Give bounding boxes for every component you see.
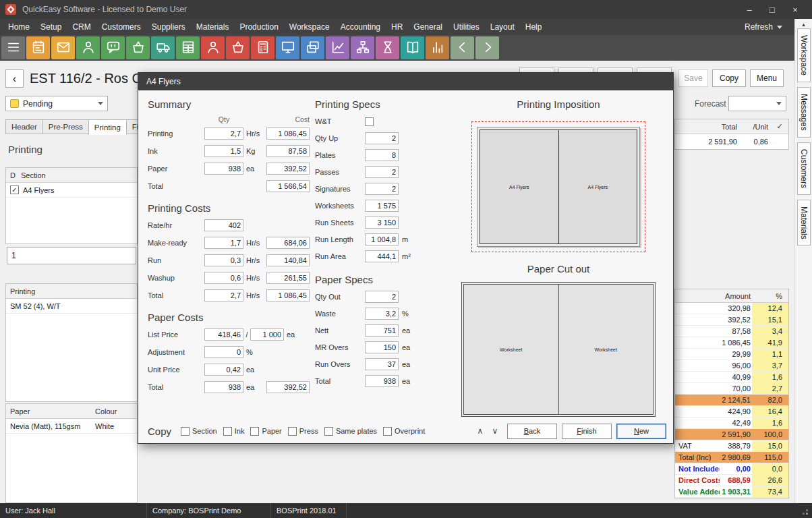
browser-icon[interactable] [301, 36, 324, 59]
copy-option-checkbox[interactable] [288, 427, 297, 436]
cost-input[interactable] [266, 272, 310, 284]
spec-input[interactable] [365, 149, 399, 161]
spec-input[interactable] [365, 250, 399, 262]
section-checkbox[interactable]: ✓ [10, 185, 19, 194]
costing-row[interactable]: 70,00 2,7 [675, 383, 788, 395]
copy-option[interactable]: Ink [223, 427, 245, 436]
spec-input[interactable] [365, 324, 399, 337]
costing-row[interactable]: 424,90 16,4 [675, 406, 788, 418]
prev-section-button[interactable]: ∧ [473, 424, 488, 438]
costing-row[interactable]: VAT 388,79 15,0 [675, 440, 788, 452]
copy-option[interactable]: Overprint [383, 427, 425, 436]
menu-item[interactable]: Home [3, 19, 35, 35]
costing-row[interactable]: Not Included 0,00 0,0 [675, 463, 788, 475]
refresh-menu[interactable]: Refresh [745, 22, 782, 32]
tab[interactable]: Header [5, 119, 43, 134]
costing-row[interactable]: 96,00 3,7 [675, 360, 788, 372]
cost-input[interactable] [266, 381, 310, 393]
spec-input[interactable] [365, 375, 399, 387]
workspace-icon[interactable] [276, 36, 299, 59]
minimize-icon[interactable]: – [738, 0, 761, 19]
menu-item[interactable]: General [408, 19, 448, 35]
qty-input[interactable] [204, 254, 243, 266]
costing-row[interactable]: 29,99 1,1 [675, 349, 788, 360]
menu-item[interactable]: Help [520, 19, 548, 35]
costing-row[interactable]: 1 086,45 41,9 [675, 337, 788, 349]
copy-option[interactable]: Press [288, 427, 318, 436]
side-tab[interactable]: Materials [797, 200, 811, 246]
section-row[interactable]: ✓ A4 Flyers [6, 183, 137, 198]
costing-row[interactable]: Direct Costs 688,59 26,6 [675, 475, 788, 486]
finish-button[interactable]: Finish [562, 424, 612, 439]
new-button[interactable]: New [616, 424, 666, 439]
cost-input[interactable] [266, 289, 310, 301]
back-dialog-button[interactable]: Back [507, 424, 557, 439]
cost-input[interactable] [266, 180, 310, 192]
cost-input[interactable] [266, 163, 310, 175]
spec-input[interactable] [365, 183, 399, 195]
maximize-icon[interactable]: □ [761, 0, 784, 19]
qty-input[interactable] [204, 381, 243, 393]
side-tab[interactable]: Workspace [797, 28, 811, 82]
back-button[interactable]: ‹ [5, 69, 24, 88]
copy-option[interactable]: Paper [250, 427, 281, 436]
status-combo[interactable]: Pending [5, 96, 108, 111]
menu-button[interactable]: Menu [750, 69, 784, 87]
costing-row[interactable]: 320,98 12,4 [675, 303, 788, 314]
spec-input[interactable] [365, 233, 399, 246]
copy-option-checkbox[interactable] [223, 427, 232, 436]
cost-input[interactable] [266, 237, 310, 249]
sales-order-icon[interactable] [126, 36, 150, 59]
menu-item[interactable]: Production [234, 19, 283, 35]
cost-input[interactable] [266, 145, 310, 157]
costing-row[interactable]: 42,49 1,6 [675, 418, 788, 429]
menu-item[interactable]: CRM [67, 19, 96, 35]
supplier-icon[interactable] [201, 36, 225, 59]
costing-row[interactable]: 40,99 1,6 [675, 372, 788, 383]
qty-input[interactable] [204, 272, 243, 284]
resize-grip-icon[interactable] [806, 513, 808, 515]
totals-checkbox[interactable]: ✓ [771, 122, 788, 131]
paper-row[interactable]: Nevia (Matt), 115gsm White [6, 419, 137, 434]
qty-input[interactable] [204, 346, 243, 358]
qty-input[interactable] [204, 127, 243, 140]
qty-input[interactable] [204, 364, 243, 376]
customer-icon[interactable] [76, 36, 100, 59]
copy-option[interactable]: Same plates [324, 427, 377, 436]
menu-item[interactable]: Workspace [284, 19, 335, 35]
sales-invoice-icon[interactable] [176, 36, 200, 59]
qty-input[interactable] [204, 145, 243, 157]
copy-option-checkbox[interactable] [181, 427, 190, 436]
tasks-icon[interactable] [26, 36, 50, 59]
qty-input[interactable] [204, 163, 243, 175]
spec-input[interactable] [365, 166, 399, 178]
side-tab[interactable]: Messages [797, 87, 811, 138]
scroll-up-icon[interactable]: ▴ [802, 20, 805, 28]
copy-option-checkbox[interactable] [383, 427, 392, 436]
totals-row[interactable]: 2 591,90 0,86 [675, 134, 788, 149]
nav-forward-icon[interactable] [475, 36, 499, 59]
side-tab[interactable]: Customers [797, 142, 811, 195]
menu-item[interactable]: Layout [485, 19, 520, 35]
spec-input[interactable] [365, 358, 399, 370]
list-price-input[interactable] [204, 328, 243, 341]
spec-input[interactable] [365, 308, 399, 320]
reports-icon[interactable] [426, 36, 449, 59]
menu-item[interactable]: Materials [191, 19, 235, 35]
nav-back-icon[interactable] [451, 36, 474, 59]
spec-input[interactable] [365, 291, 399, 303]
menu-item[interactable]: HR [386, 19, 408, 35]
purchase-invoice-icon[interactable] [251, 36, 274, 59]
menu-item[interactable]: Setup [35, 19, 67, 35]
next-section-button[interactable]: ∨ [488, 424, 502, 438]
tab[interactable]: Pre-Press [42, 119, 89, 134]
menu-item[interactable]: Customers [96, 19, 146, 35]
copy-option[interactable]: Section [181, 427, 217, 436]
quote-icon[interactable] [101, 36, 125, 59]
delivery-icon[interactable] [151, 36, 175, 59]
costing-row[interactable]: Total (Inc) 2 980,69 115,0 [675, 452, 788, 463]
costing-row[interactable]: Value Added 1 903,31 73,4 [675, 486, 788, 498]
qty-input[interactable] [204, 219, 243, 231]
purchase-order-icon[interactable] [226, 36, 250, 59]
qty-input[interactable] [204, 237, 243, 249]
